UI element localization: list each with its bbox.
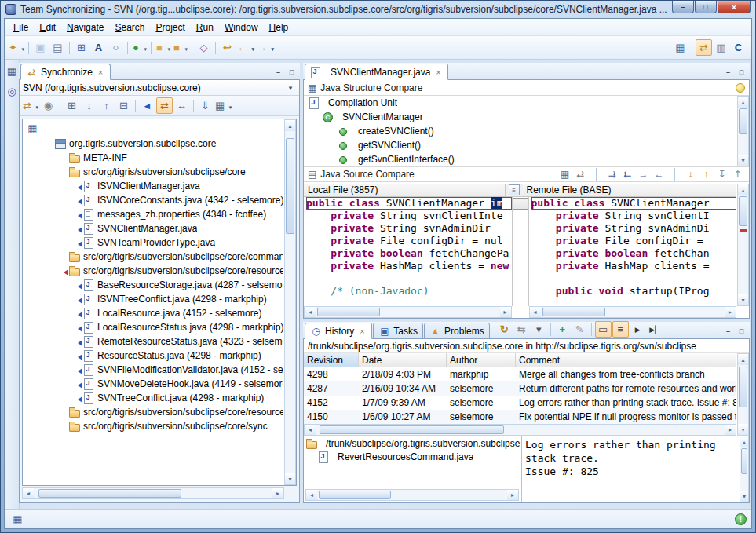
diff-marker[interactable] — [740, 229, 747, 232]
pin-button[interactable] — [40, 97, 57, 114]
structure-tree-item[interactable]: SVNClientManager — [304, 110, 736, 124]
local-file-source[interactable]: public class SVNClientManager im private… — [304, 197, 512, 306]
scroll-up-arrow[interactable] — [740, 436, 748, 447]
group-revisions-button[interactable] — [554, 321, 571, 338]
last-edit-location-button[interactable] — [219, 39, 236, 56]
scroll-left-arrow[interactable] — [305, 425, 316, 435]
next-change-button[interactable] — [714, 167, 729, 182]
synchronize-button[interactable] — [22, 97, 39, 114]
change-sets-button[interactable] — [24, 120, 41, 137]
menu-item[interactable]: Navigate — [61, 20, 109, 35]
scroll-thumb[interactable] — [320, 425, 503, 434]
scroll-left-arrow[interactable] — [306, 490, 317, 500]
team-synchronizing-perspective-button[interactable] — [696, 39, 712, 56]
save-button[interactable] — [32, 39, 49, 56]
link-with-editor-button[interactable] — [513, 321, 530, 338]
column-header[interactable]: Comment — [516, 353, 736, 367]
structure-tree-item[interactable]: Compilation Unit — [304, 96, 736, 110]
print-button[interactable] — [49, 39, 66, 56]
run-button[interactable] — [131, 39, 148, 56]
structure-compare-tree[interactable]: Compilation Unit SVNClientManager create… — [304, 96, 736, 166]
scroll-thumb[interactable] — [741, 448, 747, 474]
sync-change-tree[interactable]: org.tigris.subversion.subclipse.core MET… — [22, 119, 297, 486]
close-tab-icon[interactable] — [357, 327, 367, 336]
scroll-left-arrow[interactable] — [305, 307, 316, 317]
sync-tree-item[interactable]: SVNTreeConflict.java (4298 - markphip) — [23, 391, 283, 405]
menu-item[interactable]: Window — [219, 20, 264, 35]
history-row[interactable]: 4298 2/18/09 4:03 PM markphip Merge all … — [304, 367, 736, 381]
back-button[interactable] — [236, 39, 255, 56]
menu-item[interactable]: Project — [150, 20, 190, 35]
sync-tree-item[interactable]: ISVNClientManager.java — [23, 179, 283, 193]
sync-tree-item[interactable]: LocalResource.java (4152 - selsemore) — [23, 306, 283, 320]
filter-history-button[interactable] — [572, 321, 588, 338]
sync-tree-item[interactable]: src/org/tigris/subversion/subclipse/core… — [23, 264, 283, 278]
checkout-button[interactable] — [155, 39, 171, 56]
java-search-button[interactable] — [90, 39, 107, 56]
chevron-down-icon[interactable] — [285, 84, 296, 92]
scroll-up-arrow[interactable] — [738, 97, 748, 108]
open-perspective-button[interactable] — [672, 39, 688, 56]
affected-paths-pane[interactable]: /trunk/subclipse/org.tigris.subversion.s… — [304, 436, 520, 502]
new-wizard-button[interactable] — [8, 39, 25, 56]
sync-tree-item[interactable]: org.tigris.subversion.subclipse.core — [23, 137, 283, 151]
next-difference-button[interactable] — [81, 97, 97, 114]
scroll-thumb[interactable] — [739, 367, 747, 408]
both-mode-button[interactable] — [156, 97, 173, 114]
next-difference-button[interactable] — [683, 167, 698, 182]
copy-all-left-to-right-button[interactable] — [604, 167, 619, 182]
sync-tree-item[interactable]: BaseResourceStorage.java (4287 - selsemo… — [23, 278, 283, 292]
minimize-view-button[interactable] — [272, 66, 284, 78]
menu-item[interactable]: Run — [191, 20, 219, 35]
sync-tree-item[interactable]: SVNFileModificationValidator.java (4152 … — [23, 363, 283, 377]
incoming-mode-button[interactable] — [139, 97, 155, 114]
minimize-button[interactable] — [672, 1, 694, 13]
horizontal-scrollbar[interactable] — [22, 487, 284, 499]
sync-tree-item[interactable]: src/org/tigris/subversion/subclipse/core — [23, 165, 283, 179]
open-type-button[interactable] — [195, 39, 212, 56]
menu-item[interactable]: Edit — [34, 20, 61, 35]
history-row[interactable]: 4152 1/7/09 9:39 AM selsemore Log errors… — [304, 396, 736, 410]
scroll-thumb[interactable] — [739, 196, 747, 226]
tab-synchronize[interactable]: Synchronize — [20, 64, 111, 80]
vertical-scrollbar[interactable] — [740, 436, 749, 502]
sync-tree-item[interactable]: META-INF — [23, 151, 283, 165]
center-gutter-menu-button[interactable] — [509, 184, 520, 195]
minimize-view-button[interactable] — [722, 325, 734, 337]
svn-repository-perspective-button[interactable] — [713, 39, 729, 56]
sync-tree-item[interactable]: SVNClientManager.java — [23, 221, 283, 235]
scroll-down-arrow[interactable] — [738, 424, 748, 435]
forward-button[interactable] — [256, 39, 275, 56]
menu-item[interactable]: File — [8, 20, 34, 35]
scroll-up-arrow[interactable] — [285, 120, 295, 131]
column-header[interactable]: Author — [447, 353, 516, 367]
scroll-down-arrow[interactable] — [740, 491, 748, 502]
sync-tree-item[interactable]: src/org/tigris/subversion/subclipse/core… — [23, 405, 283, 419]
scroll-thumb[interactable] — [317, 308, 380, 316]
affected-path-item[interactable]: /trunk/subclipse/org.tigris.subversion.s… — [304, 436, 520, 450]
column-header[interactable]: Date — [359, 353, 447, 367]
sync-tree-item[interactable]: ISVNTreeConflict.java (4298 - markphip) — [23, 292, 283, 306]
tab-history[interactable]: History — [305, 323, 372, 339]
scroll-down-arrow[interactable] — [738, 294, 748, 305]
horizontal-scrollbar[interactable] — [529, 306, 737, 318]
copy-current-left-to-right-button[interactable] — [636, 167, 651, 182]
maximize-button[interactable] — [695, 1, 717, 13]
history-row[interactable]: 4150 1/6/09 10:27 AM selsemore Fix poten… — [304, 410, 736, 424]
show-affected-paths-toggle[interactable] — [612, 321, 629, 338]
show-structure-button[interactable] — [557, 167, 572, 182]
scroll-right-arrow[interactable] — [500, 307, 511, 317]
copy-all-right-to-left-button[interactable] — [620, 167, 635, 182]
scroll-left-arrow[interactable] — [530, 307, 541, 317]
scroll-right-arrow[interactable] — [725, 307, 736, 317]
show-comment-viewer-toggle[interactable] — [595, 321, 612, 338]
vertical-scrollbar[interactable] — [737, 353, 749, 436]
horizontal-scrollbar[interactable] — [304, 424, 736, 436]
scroll-right-arrow[interactable] — [272, 488, 283, 498]
scroll-thumb[interactable] — [739, 108, 747, 134]
share-project-button[interactable] — [172, 39, 188, 56]
update-all-button[interactable] — [197, 97, 214, 114]
previous-difference-button[interactable] — [98, 97, 115, 114]
vertical-scrollbar[interactable] — [737, 96, 749, 166]
quick-assist-lightbulb-icon[interactable] — [736, 83, 745, 93]
